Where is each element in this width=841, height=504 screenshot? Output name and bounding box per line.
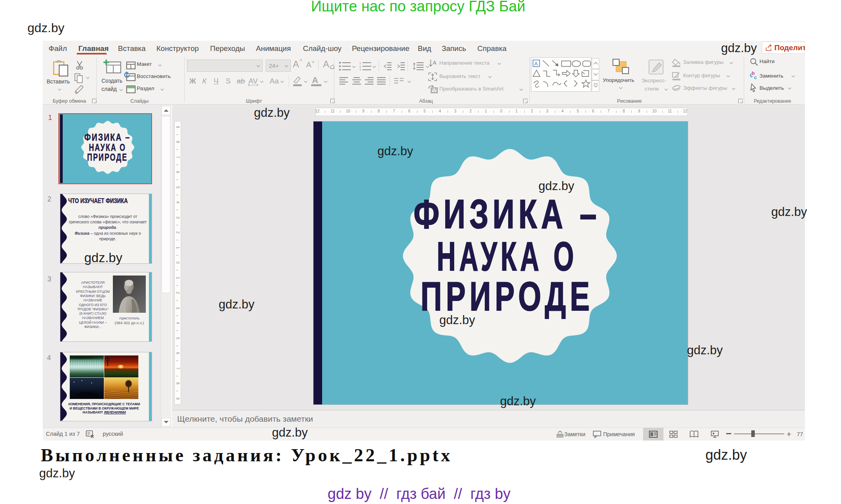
- svg-text:3: 3: [359, 68, 361, 71]
- svg-text:c: c: [754, 74, 757, 80]
- svg-text:A: A: [433, 59, 437, 66]
- svg-text:A: A: [535, 61, 538, 67]
